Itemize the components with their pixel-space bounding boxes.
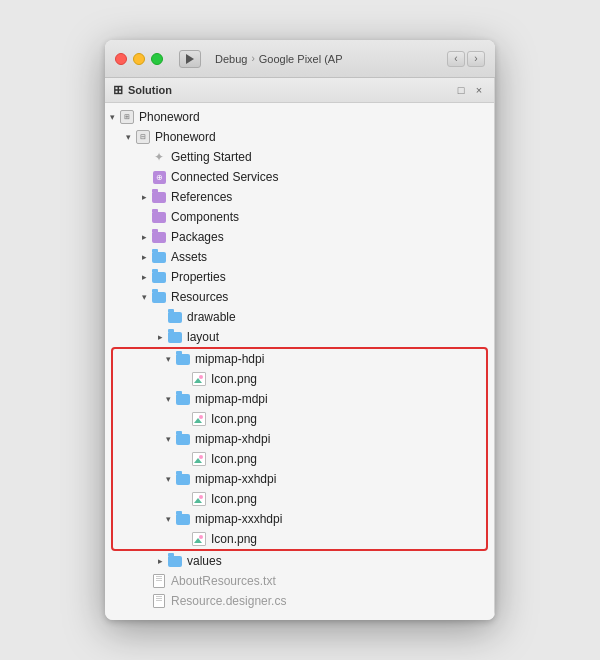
close-button[interactable] [115,53,127,65]
expander-mipmap-xhdpi [161,432,175,446]
tree-item-connected-services[interactable]: ⊕ Connected Services [105,167,494,187]
panel-close-button[interactable]: × [472,83,486,97]
icon-xhdpi-file-icon [191,451,207,467]
tree-item-mipmap-hdpi[interactable]: mipmap-hdpi [113,349,486,369]
ide-window: Debug › Google Pixel (AP ‹ › ⊞ Solution … [105,40,495,620]
values-icon [167,553,183,569]
layout-folder-icon [168,332,182,343]
tree-item-references[interactable]: References [105,187,494,207]
mipmap-xhdpi-icon [175,431,191,447]
getting-started-icon: ✦ [151,149,167,165]
resources-folder-icon [152,292,166,303]
connected-icon-bg: ⊕ [153,171,166,184]
expander-properties [137,270,151,284]
tree-item-drawable[interactable]: drawable [105,307,494,327]
packages-icon [151,229,167,245]
main-area: ⊞ Solution □ × ⊞ Phoneword [105,78,495,620]
tree-item-icon-hdpi[interactable]: Icon.png [113,369,486,389]
mipmap-hdpi-label: mipmap-hdpi [195,352,264,366]
toolbar-controls [179,50,201,68]
tree-item-values[interactable]: values [105,551,494,571]
root-label: Phoneword [139,110,200,124]
tree-item-packages[interactable]: Packages [105,227,494,247]
mipmap-xxhdpi-label: mipmap-xxhdpi [195,472,276,486]
layout-label: layout [187,330,219,344]
panel-actions: □ × [454,83,486,97]
tree-item-project[interactable]: ⊟ Phoneword [105,127,494,147]
expander-about-resources [137,574,151,588]
nav-forward-button[interactable]: › [467,51,485,67]
components-folder-icon [152,212,166,223]
tree-item-resource-designer[interactable]: Resource.designer.cs [105,591,494,611]
assets-folder-icon [152,252,166,263]
about-resources-file-icon [153,574,165,588]
tree-item-icon-xxxhdpi[interactable]: Icon.png [113,529,486,549]
icon-xxxhdpi-file-icon [191,531,207,547]
panel-title: ⊞ Solution [113,83,172,97]
mipmap-mdpi-icon [175,391,191,407]
tree-item-icon-xhdpi[interactable]: Icon.png [113,449,486,469]
icon-xxhdpi-label: Icon.png [211,492,257,506]
about-resources-icon [151,573,167,589]
panel-minimize-button[interactable]: □ [454,83,468,97]
minimize-button[interactable] [133,53,145,65]
resources-icon [151,289,167,305]
expander-values [153,554,167,568]
nav-back-button[interactable]: ‹ [447,51,465,67]
properties-icon [151,269,167,285]
tree-item-mipmap-xhdpi[interactable]: mipmap-xhdpi [113,429,486,449]
packages-label: Packages [171,230,224,244]
expander-mipmap-mdpi [161,392,175,406]
components-label: Components [171,210,239,224]
solution-panel: ⊞ Solution □ × ⊞ Phoneword [105,78,495,620]
expander-icon-mdpi [177,412,191,426]
icon-xxhdpi-img [192,492,206,506]
expander-icon-xxhdpi [177,492,191,506]
connected-services-label: Connected Services [171,170,278,184]
assets-icon [151,249,167,265]
tree-item-mipmap-xxhdpi[interactable]: mipmap-xxhdpi [113,469,486,489]
tree-item-icon-xxhdpi[interactable]: Icon.png [113,489,486,509]
drawable-icon [167,309,183,325]
icon-xhdpi-label: Icon.png [211,452,257,466]
connected-icon-symbol: ⊕ [156,173,163,182]
tree-item-root[interactable]: ⊞ Phoneword [105,107,494,127]
drawable-folder-icon [168,312,182,323]
mipmap-hdpi-icon [175,351,191,367]
play-icon [186,54,194,64]
properties-folder-icon [152,272,166,283]
tree-item-assets[interactable]: Assets [105,247,494,267]
resource-designer-file-icon [153,594,165,608]
maximize-button[interactable] [151,53,163,65]
breadcrumb-debug[interactable]: Debug [215,53,247,65]
expander-icon-xhdpi [177,452,191,466]
mipmap-mdpi-label: mipmap-mdpi [195,392,268,406]
breadcrumb-device[interactable]: Google Pixel (AP [259,53,343,65]
expander-mipmap-xxxhdpi [161,512,175,526]
tree-item-layout[interactable]: layout [105,327,494,347]
tree-item-components[interactable]: Components [105,207,494,227]
project-icon: ⊟ [136,130,150,144]
breadcrumb: Debug › Google Pixel (AP [215,53,343,65]
expander-components [137,210,151,224]
tree-item-getting-started[interactable]: ✦ Getting Started [105,147,494,167]
mipmap-xhdpi-folder-icon [176,434,190,445]
mipmap-xxxhdpi-icon [175,511,191,527]
project-label: Phoneword [155,130,216,144]
expander-mipmap-hdpi [161,352,175,366]
references-folder-icon [152,192,166,203]
tree-item-icon-mdpi[interactable]: Icon.png [113,409,486,429]
expander-project [121,130,135,144]
play-button[interactable] [179,50,201,68]
getting-started-label: Getting Started [171,150,252,164]
tree-item-mipmap-mdpi[interactable]: mipmap-mdpi [113,389,486,409]
tree-item-about-resources[interactable]: AboutResources.txt [105,571,494,591]
tree-item-mipmap-xxxhdpi[interactable]: mipmap-xxxhdpi [113,509,486,529]
tree-item-resources[interactable]: Resources [105,287,494,307]
icon-hdpi-img [192,372,206,386]
icon-xxxhdpi-label: Icon.png [211,532,257,546]
packages-folder-icon [152,232,166,243]
tree-item-properties[interactable]: Properties [105,267,494,287]
icon-mdpi-file-icon [191,411,207,427]
drawable-label: drawable [187,310,236,324]
